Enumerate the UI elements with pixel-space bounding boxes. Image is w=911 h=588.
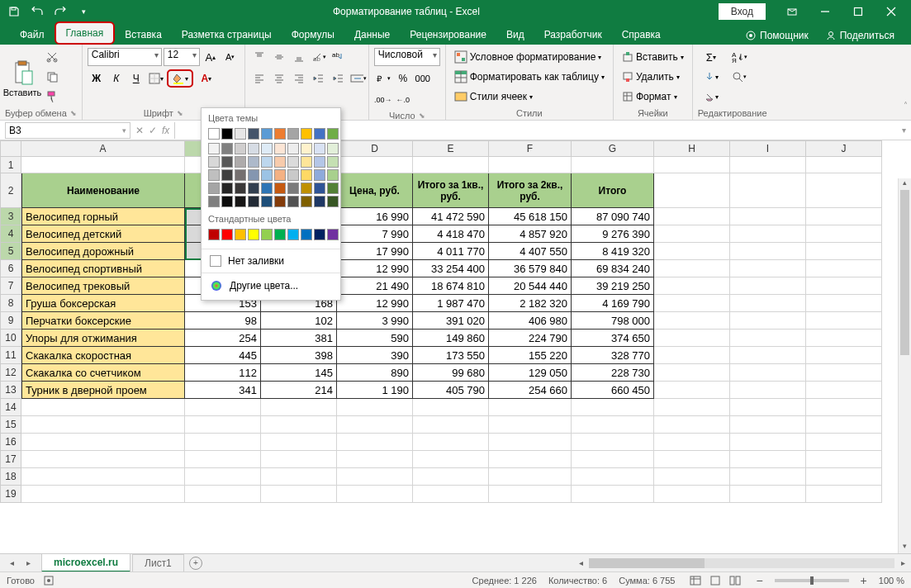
cell[interactable] [806, 382, 882, 399]
no-fill-item[interactable]: Нет заливки [202, 251, 340, 271]
cell[interactable]: 45 618 150 [489, 208, 572, 225]
cell[interactable] [337, 468, 413, 486]
cell[interactable] [806, 225, 882, 243]
cell[interactable] [261, 451, 337, 468]
cell[interactable]: 173 550 [413, 347, 489, 364]
close-icon[interactable] [875, 0, 908, 23]
color-swatch[interactable] [235, 169, 246, 181]
color-swatch[interactable] [208, 169, 220, 181]
cell[interactable]: 4 011 770 [413, 243, 489, 260]
copy-icon[interactable] [43, 68, 61, 86]
cell[interactable] [489, 434, 572, 451]
name-box[interactable]: B3▾ [5, 122, 130, 139]
cell[interactable] [806, 347, 882, 364]
undo-icon[interactable] [26, 2, 48, 21]
cell[interactable] [654, 173, 730, 208]
color-swatch[interactable] [287, 156, 299, 168]
color-swatch[interactable] [327, 229, 339, 240]
color-swatch[interactable] [235, 229, 246, 240]
fx-icon[interactable]: fx [162, 125, 169, 136]
cell[interactable] [572, 399, 654, 416]
color-swatch[interactable] [261, 169, 273, 181]
cell[interactable] [261, 486, 337, 503]
color-swatch[interactable] [274, 143, 286, 154]
merge-icon[interactable]: ▾ [349, 69, 368, 88]
row-header[interactable]: 17 [0, 451, 21, 468]
tab-insert[interactable]: Вставка [115, 25, 172, 45]
cell[interactable]: Велосипед горный [21, 208, 185, 225]
cell[interactable]: Велосипед трековый [21, 277, 185, 295]
tab-view[interactable]: Вид [496, 25, 534, 45]
cell[interactable] [730, 382, 806, 399]
underline-button[interactable]: Ч [127, 69, 145, 88]
color-swatch[interactable] [327, 183, 339, 194]
cell[interactable] [806, 260, 882, 277]
cell[interactable] [413, 399, 489, 416]
row-header[interactable]: 3 [0, 208, 21, 225]
color-swatch[interactable] [208, 229, 220, 240]
cell[interactable] [413, 451, 489, 468]
decrease-indent-icon[interactable] [310, 69, 328, 88]
sheet-tab-other[interactable]: Лист1 [132, 554, 184, 571]
cell[interactable]: 224 790 [489, 330, 572, 347]
row-header[interactable]: 6 [0, 260, 21, 277]
color-swatch[interactable] [274, 156, 286, 168]
col-header[interactable]: F [489, 140, 572, 157]
color-swatch[interactable] [248, 143, 259, 154]
color-swatch[interactable] [287, 196, 299, 207]
color-swatch[interactable] [261, 143, 273, 154]
cell[interactable]: 18 674 810 [413, 277, 489, 295]
cell[interactable]: 398 [261, 347, 337, 364]
color-swatch[interactable] [221, 156, 233, 168]
col-header[interactable]: H [654, 140, 730, 157]
cell[interactable] [337, 451, 413, 468]
color-swatch[interactable] [301, 229, 312, 240]
tab-data[interactable]: Данные [344, 25, 400, 45]
cell[interactable] [21, 434, 185, 451]
color-swatch[interactable] [287, 169, 299, 181]
save-icon[interactable] [3, 2, 25, 21]
cell[interactable]: 390 [337, 347, 413, 364]
cell[interactable]: 341 [185, 382, 261, 399]
color-swatch[interactable] [314, 128, 325, 140]
cell[interactable] [730, 157, 806, 173]
color-swatch[interactable] [287, 128, 299, 140]
cell[interactable] [413, 486, 489, 503]
cell[interactable] [413, 416, 489, 434]
font-name-select[interactable]: Calibri [88, 48, 162, 66]
cell[interactable]: 4 169 790 [572, 295, 654, 312]
align-right-icon[interactable] [290, 69, 308, 88]
color-swatch[interactable] [314, 229, 325, 240]
clear-icon[interactable]: ▾ [698, 88, 724, 106]
cell[interactable] [337, 157, 413, 173]
cell[interactable]: 4 407 550 [489, 243, 572, 260]
format-table-button[interactable]: Форматировать как таблицу▾ [451, 68, 608, 86]
macro-record-icon[interactable] [43, 575, 55, 586]
sort-filter-icon[interactable]: AЯ▾ [728, 48, 751, 66]
cell[interactable] [806, 399, 882, 416]
color-swatch[interactable] [261, 229, 273, 240]
row-header[interactable]: 18 [0, 468, 21, 486]
cell-styles-button[interactable]: Стили ячеек▾ [451, 88, 536, 106]
zoom-slider[interactable] [775, 579, 849, 582]
cell[interactable] [21, 157, 185, 173]
color-swatch[interactable] [235, 128, 246, 140]
color-swatch[interactable] [301, 128, 312, 140]
cell[interactable]: 8 419 320 [572, 243, 654, 260]
cell[interactable]: 381 [261, 330, 337, 347]
row-header[interactable]: 14 [0, 399, 21, 416]
tab-help[interactable]: Справка [612, 25, 671, 45]
cell[interactable] [185, 416, 261, 434]
color-swatch[interactable] [274, 229, 286, 240]
cell[interactable]: 33 254 400 [413, 260, 489, 277]
color-swatch[interactable] [248, 196, 259, 207]
cell[interactable] [806, 330, 882, 347]
cell[interactable] [806, 468, 882, 486]
cell[interactable]: 7 990 [337, 225, 413, 243]
color-swatch[interactable] [248, 229, 259, 240]
cell[interactable] [572, 416, 654, 434]
cell[interactable] [185, 486, 261, 503]
cell[interactable] [413, 468, 489, 486]
col-header[interactable]: A [21, 140, 185, 157]
decrease-font-icon[interactable]: A▾ [221, 48, 240, 66]
